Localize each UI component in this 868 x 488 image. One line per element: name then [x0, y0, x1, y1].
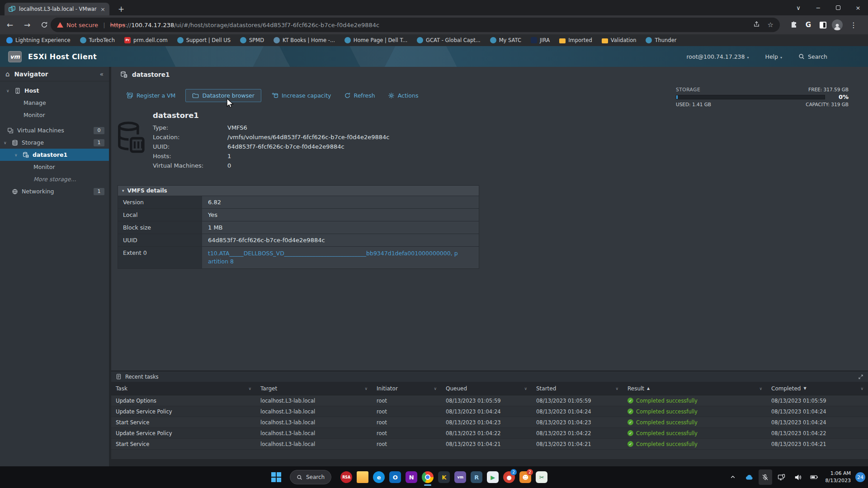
datastore-browser-button[interactable]: Datastore browser [185, 89, 261, 102]
reload-icon[interactable] [37, 18, 52, 32]
user-menu[interactable]: root@100.74.17.238▾ [687, 53, 749, 60]
bookmark-star-icon[interactable]: ☆ [768, 21, 774, 29]
taskbar-icon-outlook[interactable]: O [387, 468, 403, 486]
column-header-started[interactable]: Started ∨ [532, 382, 623, 395]
tab-close-icon[interactable]: × [100, 6, 105, 13]
task-row[interactable]: Update Service Policylocalhost.L3-lab.lo… [111, 406, 868, 417]
bookmark-item[interactable]: KT Books | Home -... [274, 37, 335, 43]
column-menu-icon[interactable]: ∨ [860, 386, 863, 391]
chevron-down-icon[interactable]: ∨ [6, 89, 11, 93]
browser-menu-kebab-icon[interactable]: ⋮ [846, 18, 861, 32]
actions-button[interactable]: Actions [382, 89, 425, 102]
taskbar-icon-keepass[interactable]: K [436, 468, 452, 486]
sidebar-item-host-monitor[interactable]: Monitor [0, 109, 109, 121]
extent-link[interactable]: t10.ATA_____DELLBOSS_VD_________________… [208, 249, 461, 266]
taskbar-icon-edge[interactable]: e [371, 468, 387, 486]
bookmark-item[interactable]: TurboTech [80, 37, 115, 43]
navigator-sidebar: ⌂ Navigator « ∨ Host Manage Monitor [0, 67, 109, 466]
bookmark-item[interactable]: Thunder [646, 37, 676, 43]
profile-avatar[interactable] [830, 18, 844, 32]
microphone-muted-icon[interactable] [759, 469, 772, 485]
start-button[interactable] [269, 468, 286, 486]
sidebar-item-datastore1[interactable]: ∨ datastore1 [0, 149, 109, 161]
column-header-initiator[interactable]: Initiator ∨ [372, 382, 441, 395]
extensions-puzzle-icon[interactable] [787, 18, 801, 32]
sidebar-item-host[interactable]: ∨ Host [0, 84, 109, 97]
increase-capacity-button[interactable]: Increase capacity [265, 89, 338, 102]
browser-tab[interactable]: localhost.L3-lab.local - VMware E × [5, 3, 109, 15]
back-icon[interactable]: ← [3, 18, 17, 32]
address-bar[interactable]: Not secure | https://100.74.17.238/ui/#/… [51, 18, 780, 32]
column-menu-icon[interactable]: ∨ [248, 386, 251, 391]
browser-toolbar: ← → Not secure | https://100.74.17.238/u… [0, 15, 868, 34]
column-header-queued[interactable]: Queued ∨ [441, 382, 532, 395]
sidebar-item-networking[interactable]: Networking 1 [0, 185, 109, 197]
vmfs-details-header[interactable]: ▾ VMFS details [118, 186, 479, 196]
column-header-result[interactable]: Result ▲ ∨ [623, 382, 767, 395]
bookmark-item[interactable]: Validation [602, 37, 637, 43]
window-close-icon[interactable]: × [848, 0, 868, 15]
column-menu-icon[interactable]: ∨ [615, 386, 618, 391]
chevron-down-icon[interactable]: ∨ [4, 141, 8, 145]
bookmark-item[interactable]: Lightning Experience [6, 37, 71, 43]
task-row[interactable]: Start Servicelocalhost.L3-lab.localroot0… [111, 417, 868, 428]
notification-count-badge[interactable]: 24 [855, 472, 865, 482]
help-menu[interactable]: Help▾ [765, 53, 783, 60]
tab-search-icon[interactable]: ∨ [788, 0, 808, 15]
column-header-target[interactable]: Target ∨ [256, 382, 372, 395]
bookmark-item[interactable]: Home Page | Dell T... [344, 37, 407, 43]
taskbar-icon-file-explorer[interactable] [354, 468, 371, 486]
share-icon[interactable] [753, 21, 760, 29]
taskbar-icon-recorder[interactable]: ●2 [501, 468, 517, 486]
taskbar-search[interactable]: Search [290, 470, 331, 484]
column-header-completed[interactable]: Completed ▼ ∨ [767, 382, 868, 395]
bookmark-item[interactable]: Prprm.dell.com [124, 37, 168, 43]
register-vm-button[interactable]: Register a VM [120, 89, 182, 102]
sidebar-item-datastore-monitor[interactable]: Monitor [0, 161, 109, 173]
task-row[interactable]: Update Optionslocalhost.L3-lab.localroot… [111, 395, 868, 406]
app-search[interactable]: Search [798, 53, 827, 60]
column-menu-icon[interactable]: ∨ [364, 386, 368, 391]
taskbar-icon-contacts[interactable]: ☻2 [517, 468, 533, 486]
onedrive-cloud-icon[interactable] [742, 469, 756, 485]
column-menu-icon[interactable]: ∨ [759, 386, 762, 391]
window-minimize-icon[interactable]: − [808, 0, 828, 15]
bookmark-item[interactable]: Support | Dell US [177, 37, 231, 43]
column-header-task[interactable]: Task ∨ [111, 382, 256, 395]
expand-panel-icon[interactable] [858, 374, 863, 380]
sidebar-item-virtual-machines[interactable]: Virtual Machines 0 [0, 124, 109, 136]
refresh-button[interactable]: Refresh [338, 89, 382, 102]
taskbar-icon-chrome[interactable] [420, 468, 436, 486]
sidebar-item-host-manage[interactable]: Manage [0, 97, 109, 109]
column-menu-icon[interactable]: ∨ [524, 386, 527, 391]
taskbar-clock[interactable]: 1:06 AM 8/13/2023 [826, 470, 851, 484]
window-restore-icon[interactable] [828, 0, 848, 15]
sidebar-item-more-storage[interactable]: More storage... [0, 173, 109, 185]
bookmark-item[interactable]: GCAT - Global Capt... [417, 37, 481, 43]
extension-square-icon[interactable] [816, 18, 830, 32]
sidebar-item-storage[interactable]: ∨ Storage 1 [0, 136, 109, 149]
taskbar-icon-remote-desktop[interactable]: R [468, 468, 485, 486]
bookmark-item[interactable]: Imported [559, 37, 592, 43]
bookmark-item[interactable]: SPMD [240, 37, 264, 43]
speaker-icon[interactable] [791, 469, 805, 485]
forward-icon[interactable]: → [20, 18, 34, 32]
chevron-down-icon[interactable]: ∨ [14, 153, 19, 157]
taskbar-icon-onenote[interactable]: N [403, 468, 420, 486]
taskbar-icon-vmware-workstation[interactable]: vm [452, 468, 468, 486]
column-menu-icon[interactable]: ∨ [434, 386, 437, 391]
taskbar-icon-rsa-securid[interactable]: RSA [338, 468, 354, 486]
taskbar-icon-media-app[interactable]: ▶ [485, 468, 501, 486]
google-account-icon[interactable]: G [801, 18, 816, 32]
task-row[interactable]: Update Service Policylocalhost.L3-lab.lo… [111, 428, 868, 439]
new-tab-button[interactable]: + [116, 4, 127, 14]
collapse-sidebar-icon[interactable]: « [99, 70, 104, 78]
hidden-icons-chevron-icon[interactable] [726, 469, 740, 485]
display-device-icon[interactable] [775, 469, 788, 485]
battery-icon[interactable] [807, 469, 821, 485]
bookmark-item[interactable]: JIRA [531, 37, 550, 43]
bookmark-item[interactable]: My SATC [490, 37, 521, 43]
taskbar-icon-snipping-tool[interactable]: ✂ [533, 468, 550, 486]
task-row[interactable]: Start Servicelocalhost.L3-lab.localroot0… [111, 439, 868, 450]
task-cell-result: ✓Completed successfully [623, 417, 767, 427]
